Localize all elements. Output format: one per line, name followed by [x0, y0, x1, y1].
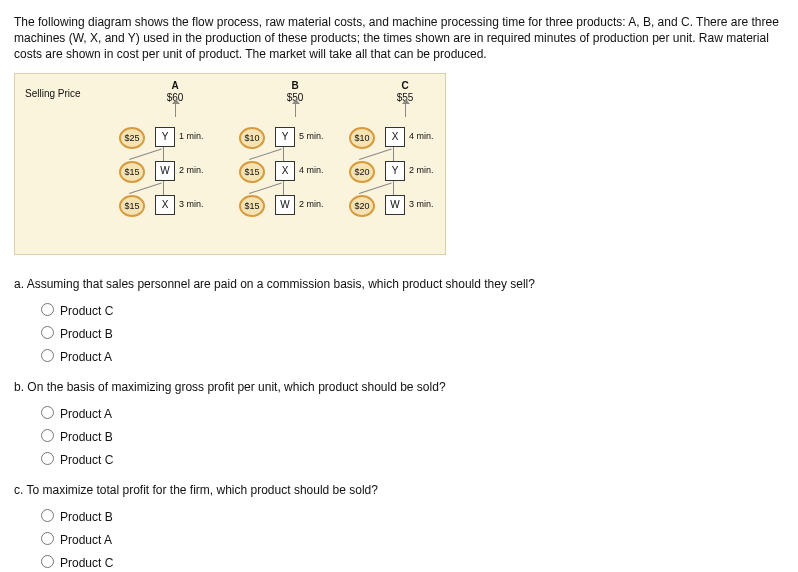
radio-c-2[interactable]: [41, 532, 54, 545]
cost-badge: $25: [119, 127, 145, 149]
option-label: Product B: [60, 430, 113, 444]
machine-box: Y: [385, 161, 405, 181]
time-label: 1 min.: [179, 131, 204, 141]
cost-badge: $20: [349, 161, 375, 183]
time-label: 3 min.: [179, 199, 204, 209]
option-label: Product A: [60, 350, 112, 364]
stage-b-2: $15 X 4 min.: [235, 157, 355, 185]
cost-badge: $20: [349, 195, 375, 217]
option-label: Product C: [60, 556, 113, 570]
radio-a-3[interactable]: [41, 349, 54, 362]
selling-price-label: Selling Price: [25, 88, 81, 99]
stage-b-3: $15 W 2 min.: [235, 191, 355, 219]
machine-box: X: [385, 127, 405, 147]
option-label: Product C: [60, 304, 113, 318]
question-c-text: c. To maximize total profit for the firm…: [14, 483, 784, 497]
option-label: Product C: [60, 453, 113, 467]
arrow-up-icon: [175, 103, 176, 117]
product-a-label: A: [115, 80, 235, 91]
time-label: 4 min.: [409, 131, 434, 141]
stage-a-1: $25 Y 1 min.: [115, 123, 235, 151]
product-column-b: B $50 $10 Y 5 min. $15 X 4 min. $15 W 2 …: [235, 80, 355, 219]
option-label: Product A: [60, 533, 112, 547]
cost-badge: $15: [119, 161, 145, 183]
cost-badge: $15: [119, 195, 145, 217]
radio-a-2[interactable]: [41, 326, 54, 339]
stage-c-1: $10 X 4 min.: [345, 123, 465, 151]
product-b-label: B: [235, 80, 355, 91]
cost-badge: $10: [349, 127, 375, 149]
time-label: 2 min.: [179, 165, 204, 175]
machine-box: X: [155, 195, 175, 215]
question-b-text: b. On the basis of maximizing gross prof…: [14, 380, 784, 394]
radio-b-3[interactable]: [41, 452, 54, 465]
time-label: 2 min.: [409, 165, 434, 175]
time-label: 4 min.: [299, 165, 324, 175]
radio-b-1[interactable]: [41, 406, 54, 419]
machine-box: Y: [275, 127, 295, 147]
radio-c-3[interactable]: [41, 555, 54, 568]
radio-c-1[interactable]: [41, 509, 54, 522]
flow-diagram: Selling Price A $60 $25 Y 1 min. $15 W 2…: [14, 73, 446, 255]
time-label: 3 min.: [409, 199, 434, 209]
cost-badge: $10: [239, 127, 265, 149]
time-label: 5 min.: [299, 131, 324, 141]
machine-box: W: [155, 161, 175, 181]
arrow-up-icon: [295, 103, 296, 117]
time-label: 2 min.: [299, 199, 324, 209]
question-c-options: Product B Product A Product C: [36, 505, 784, 570]
radio-a-1[interactable]: [41, 303, 54, 316]
radio-b-2[interactable]: [41, 429, 54, 442]
question-b-options: Product A Product B Product C: [36, 402, 784, 467]
stage-a-2: $15 W 2 min.: [115, 157, 235, 185]
cost-badge: $15: [239, 195, 265, 217]
arrow-up-icon: [405, 103, 406, 117]
product-c-label: C: [345, 80, 465, 91]
question-a-options: Product C Product B Product A: [36, 299, 784, 364]
stage-c-2: $20 Y 2 min.: [345, 157, 465, 185]
intro-text: The following diagram shows the flow pro…: [14, 14, 784, 63]
machine-box: W: [385, 195, 405, 215]
machine-box: Y: [155, 127, 175, 147]
stage-b-1: $10 Y 5 min.: [235, 123, 355, 151]
product-column-c: C $55 $10 X 4 min. $20 Y 2 min. $20 W 3 …: [345, 80, 465, 219]
option-label: Product B: [60, 510, 113, 524]
machine-box: X: [275, 161, 295, 181]
option-label: Product B: [60, 327, 113, 341]
question-a-text: a. Assuming that sales personnel are pai…: [14, 277, 784, 291]
product-column-a: A $60 $25 Y 1 min. $15 W 2 min. $15 X 3 …: [115, 80, 235, 219]
cost-badge: $15: [239, 161, 265, 183]
machine-box: W: [275, 195, 295, 215]
stage-c-3: $20 W 3 min.: [345, 191, 465, 219]
option-label: Product A: [60, 407, 112, 421]
stage-a-3: $15 X 3 min.: [115, 191, 235, 219]
